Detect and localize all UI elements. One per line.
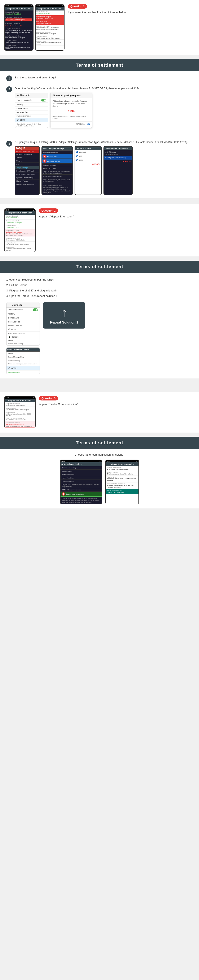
intro-screenshots: 12:00▲ Adapter Status Information Blueto… (4, 4, 65, 51)
torque-menu-units[interactable]: Units (15, 163, 39, 166)
settlement2-list: 1. open your bluetooth,unpair the OBDII.… (6, 277, 193, 299)
torque-app-mock: TORQUE Engine Monitor/Diagnostics Genera… (15, 146, 40, 195)
bt-received-files-row: Received files (15, 110, 48, 115)
obd2-connection-settings[interactable]: Connection settings (42, 151, 73, 154)
adapter-panel-title: Adapter Status Information (5, 7, 33, 11)
bt-device-item-sensors[interactable]: 📱 Sensors (6, 335, 39, 339)
steps-section: 1 Exit the software, and enter it again … (0, 71, 199, 137)
ct-wifi[interactable]: Wifi (75, 154, 101, 158)
step-3-row: 3 3. Open your Torque-->setting-->OBD2 A… (6, 141, 193, 195)
q2-desc: Appear "Adapter Error count" (39, 215, 195, 219)
ct-usb[interactable]: USB (75, 158, 101, 162)
adapter-panel-title-2: Adapter Status Information (36, 7, 64, 11)
question3-section: 12:00▲ Adapter Status Information Adapte… (0, 392, 199, 433)
bt-obdii-device[interactable]: ⚙ OBDII (15, 118, 48, 122)
status-bar-q2: 12:00▲ (5, 209, 35, 211)
step-2-number: 2 (6, 86, 12, 92)
torque-menu-vpids[interactable]: Manage vPIDs/Sensors (15, 183, 39, 186)
torque-menu-alarms[interactable]: Manage Alarms (15, 180, 39, 183)
status-bar-1: 12:00▲ (5, 5, 33, 7)
status-bar-q3: 12:00▲ (5, 396, 35, 399)
intro-description: If you meet the problem like the picture… (68, 10, 195, 14)
q3-screenshot: 12:00▲ Adapter Status Information Adapte… (4, 396, 36, 428)
dialog-ok-btn[interactable]: OK (87, 123, 90, 125)
bt-device-name-row: Device name (15, 107, 48, 110)
question3-badge: Question 3 (39, 396, 58, 401)
ct-cancel-btn[interactable]: CANCEL (92, 163, 100, 165)
step-3-desc: 3. Open your Torque-->setting-->OBD2 Ada… (15, 141, 193, 144)
step-3-screenshots: TORQUE Engine Monitor/Diagnostics Genera… (15, 146, 193, 195)
bt-toggle-2[interactable] (33, 309, 38, 311)
intro-section: 12:00▲ Adapter Status Information Blueto… (0, 0, 199, 55)
ct-radio-wifi[interactable] (76, 155, 78, 157)
step-3-section: 3 3. Open your Torque-->setting-->OBD2 A… (0, 137, 199, 199)
torque-menu-prefs[interactable]: General Preferences (15, 153, 39, 156)
obd2-network[interactable]: Network settings (42, 164, 73, 167)
phone-q2: 12:00▲ Adapter Status Information Blueto… (4, 208, 36, 252)
torque-menu-themes[interactable]: Themes (15, 156, 39, 159)
s2-step2: 2. Exit the Torque (6, 282, 193, 288)
obd2-faster-row[interactable]: 1 Faster communications (60, 492, 102, 497)
question2-section: 12:00▲ Adapter Status Information Blueto… (0, 204, 199, 256)
question1-badge: Question 1 (68, 4, 87, 9)
bt-settings-header: ← Bluetooth (15, 93, 48, 98)
bt-other-device: Can't find the target device? See pairab… (15, 122, 48, 128)
bt-device-list-mock: Choose Bluetooth Device 小米手机(auto) [34:8… (103, 146, 133, 195)
ct-bluetooth[interactable]: Bluetooth (75, 150, 101, 154)
s2-step1: 1. open your bluetooth,unpair the OBDII. (6, 277, 193, 282)
bt-list-item-obdii[interactable]: OBDII [AA:BB:CC:11:22:33] (104, 156, 133, 160)
dialog-title: Bluetooth pairing request (51, 93, 92, 98)
step-1-row: 1 Exit the software, and enter it again (6, 75, 193, 81)
obd2-bt-device[interactable]: 5Bluetooth Device (42, 159, 73, 164)
question2-badge: Question 2 (39, 208, 58, 213)
obd2-pref[interactable]: OBD2 Adapter preference (42, 175, 73, 178)
terms-header-3: Terms of settlement (0, 437, 199, 449)
obd2-adapter-type[interactable]: 4Adapter Type (42, 154, 73, 159)
ap-title: Adapter Status Information (106, 462, 139, 466)
torque-menu-dash[interactable]: Dash Installation settings (15, 173, 39, 176)
s2-screenshots: ← Bluetooth Turn on Bluetooth Visibility… (6, 302, 40, 374)
bt-list-cancel-btn[interactable]: CANCEL (123, 161, 131, 162)
torque-menu-settings[interactable]: Torque Settings (15, 166, 39, 169)
bt-paired-header: PAIRED DEVICES (15, 115, 48, 118)
step-1-number: 1 (6, 75, 12, 81)
repeat-arrow-icon: ↑ (61, 306, 67, 319)
step-1-content: Exit the software, and enter it again (15, 75, 193, 80)
torque-menu-data[interactable]: Data Logging & Upload (15, 169, 39, 173)
pairing-dialog-2: Paired Bluetooth device Unpair Cancel fr… (6, 347, 40, 374)
ap-notes: Adapter Notes Additional information abo… (106, 476, 139, 482)
bt-pairing-obdii[interactable]: ⚙ OBDII (6, 366, 39, 371)
ct-radio-usb[interactable] (76, 159, 78, 161)
spacer-5 (0, 383, 199, 391)
settlement3-desc: Choose faster communication in "setting" (6, 453, 193, 456)
settlement3-screenshots: 12:00▲ OBD2 Adapter Settings Connection … (6, 460, 193, 504)
bt-device-item-2[interactable]: ⚙ OBDII (6, 327, 39, 332)
terms-header-2: Terms of settlement (0, 261, 199, 273)
bt-visibility-row: Visibility (15, 103, 48, 107)
ap-manufacturer: Adapter Manufacturer Who made the OBD2 a… (106, 466, 139, 471)
obd2-bt-onoff[interactable]: Bluetooth On/Off (42, 167, 73, 170)
bt-settings-mock: ← Bluetooth Turn on Bluetooth Visibility… (15, 93, 48, 128)
step-3-content: 3. Open your Torque-->setting-->OBD2 Ada… (15, 141, 193, 195)
bt-toggle[interactable] (41, 99, 46, 102)
ct-cancel-row: CANCEL (75, 162, 101, 166)
phone-screenshot-1: 12:00▲ Adapter Status Information Blueto… (4, 4, 33, 51)
spacer-1 (0, 55, 199, 59)
torque-title: TORQUE (15, 146, 39, 150)
torque-menu-plugins[interactable]: Plugins (15, 159, 39, 163)
step-3-number: 3 (6, 141, 12, 146)
ap-faster-comm: Faster communication Faster communicatio… (106, 489, 139, 495)
obd2-faster: Faster communications allow communicatio… (42, 183, 73, 194)
ct-radio-bt[interactable] (76, 151, 78, 153)
repeat-solution-row: ← Bluetooth Turn on Bluetooth Visibility… (6, 302, 193, 374)
bt-list-item-auto[interactable]: 小米手机(auto) [34:80:B3:04:5E:58] (104, 150, 133, 156)
step-2-screenshots: ← Bluetooth Turn on Bluetooth Visibility… (15, 93, 193, 128)
torque-menu-speech[interactable]: Speech/Alarm Settings (15, 176, 39, 180)
connection-type-mock: Connection Type Bluetooth Wifi USB C (74, 146, 102, 195)
step-2-content: Open the "setting" of your android,and s… (15, 86, 193, 128)
dialog-cancel-btn[interactable]: CANCEL (76, 123, 85, 125)
bt-turn-on-row: Turn on Bluetooth (15, 98, 48, 103)
dialog-body: PIN contains letters or symbols. You may… (51, 98, 92, 122)
ap-version: Adapter Version The firmware version of … (106, 471, 139, 476)
q2-text: Question 2 Appear "Adapter Error count" (39, 208, 195, 219)
